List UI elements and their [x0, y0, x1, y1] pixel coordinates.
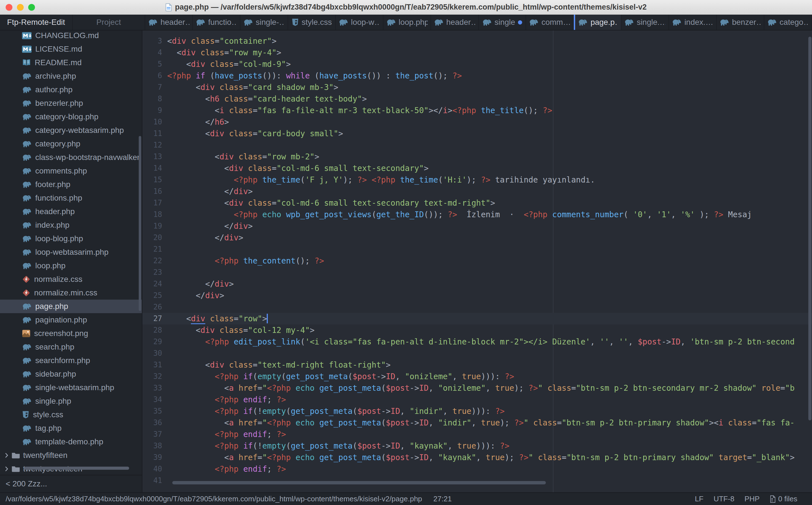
close-window-button[interactable]	[6, 4, 12, 11]
code-row[interactable]: 19 </div>	[143, 220, 812, 232]
tree-item[interactable]: header.php	[0, 205, 142, 218]
code-row[interactable]: 38 <?php if(!empty(get_post_meta($post->…	[143, 440, 812, 452]
tree-vertical-scrollbar[interactable]	[139, 136, 141, 311]
code-row[interactable]: 22 <?php the_content(); ?>	[143, 255, 812, 267]
code-row[interactable]: 21	[143, 243, 812, 255]
editor-tab[interactable]: single-…	[241, 15, 288, 30]
editor-tab[interactable]: benzer…	[717, 15, 764, 30]
tree-horizontal-scrollbar[interactable]	[24, 467, 129, 470]
tree-item[interactable]: loop-blog.php	[0, 232, 142, 245]
code-row[interactable]: 20 </div>	[143, 232, 812, 243]
statusbar-line-ending[interactable]: LF	[695, 495, 704, 503]
code-row[interactable]: 25 </div>	[143, 290, 812, 301]
tree-item[interactable]: category.php	[0, 137, 142, 151]
code-row[interactable]: 5 <div class="col-md-9">	[143, 58, 812, 70]
code-row[interactable]: 14 <div class="col-md-6 small text-secon…	[143, 163, 812, 174]
editor-tab[interactable]: functio…	[193, 15, 241, 30]
code-row[interactable]: 6<?php if (have_posts()): while (have_po…	[143, 70, 812, 81]
code-row[interactable]: 24 </div>	[143, 278, 812, 290]
tree-item[interactable]: benzerler.php	[0, 97, 142, 110]
editor-tab[interactable]: header…	[145, 15, 193, 30]
tree-item[interactable]: README.md	[0, 56, 142, 69]
code-editor[interactable]: 3<div class="container">4 <div class="ro…	[143, 30, 812, 492]
code-row[interactable]: 28 <div class="col-12 my-4">	[143, 324, 812, 336]
tree-folder[interactable]: twentyfifteen	[0, 449, 142, 462]
code-row[interactable]: 18 <?php echo wpb_get_post_views(get_the…	[143, 209, 812, 220]
tree-item[interactable]: category-webtasarim.php	[0, 124, 142, 137]
pane-tab[interactable]: Project	[73, 15, 146, 30]
tree-item[interactable]: single.php	[0, 394, 142, 408]
tree-item[interactable]: CHANGELOG.md	[0, 29, 142, 42]
tree-item[interactable]: single-webtasarim.php	[0, 381, 142, 394]
code-row[interactable]: 27 <div class="row">	[143, 313, 812, 324]
editor-tab[interactable]: loop.php	[383, 15, 431, 30]
code-row[interactable]: 30	[143, 348, 812, 359]
editor-tab[interactable]: catego…	[764, 15, 812, 30]
tree-item[interactable]: footer.php	[0, 178, 142, 191]
statusbar-git[interactable]: 0 files	[770, 495, 797, 503]
tree-item[interactable]: page.php	[0, 300, 142, 313]
tree-item[interactable]: loop.php	[0, 259, 142, 273]
tree-item[interactable]: author.php	[0, 83, 142, 97]
code-row[interactable]: 23	[143, 267, 812, 278]
editor-tab[interactable]: single.…	[621, 15, 669, 30]
code-row[interactable]: 41	[143, 475, 812, 486]
tree-item[interactable]: comments.php	[0, 164, 142, 178]
code-row[interactable]: 31 <div class="text-md-right float-right…	[143, 359, 812, 371]
code-row[interactable]: 13 <div class="row mb-2">	[143, 151, 812, 163]
code-row[interactable]: 40 <?php endif; ?>	[143, 463, 812, 475]
tree-item[interactable]: pagination.php	[0, 313, 142, 327]
tree-item[interactable]: loop-webtasarim.php	[0, 245, 142, 259]
code-row[interactable]: 10 </h6>	[143, 116, 812, 128]
tree-item[interactable]: tag.php	[0, 422, 142, 435]
tree-item[interactable]: normalize.min.css	[0, 286, 142, 300]
code-row[interactable]: 29 <?php edit_post_link('<i class="fas f…	[143, 336, 812, 348]
editor-tab[interactable]: loop-w…	[336, 15, 383, 30]
editor-tab[interactable]: style.css	[288, 15, 336, 30]
code-row[interactable]: 16 </div>	[143, 186, 812, 197]
code-row[interactable]: 36 <a href="<?php echo get_post_meta($po…	[143, 417, 812, 429]
tree-item[interactable]: archive.php	[0, 69, 142, 83]
tree-item[interactable]: screenshot.png	[0, 327, 142, 340]
code-row[interactable]: 15 <?php the_time('F j, Y'); ?> <?php th…	[143, 174, 812, 186]
tree-item[interactable]: LICENSE.md	[0, 42, 142, 56]
statusbar-cursor-position[interactable]: 27:21	[433, 495, 452, 503]
code-row[interactable]: 34 <?php endif; ?>	[143, 394, 812, 405]
pane-tab[interactable]: Ftp-Remote-Edit	[0, 15, 73, 30]
tree-item[interactable]: index.php	[0, 218, 142, 232]
code-row[interactable]: 33 <a href="<?php echo get_post_meta($po…	[143, 382, 812, 394]
code-row[interactable]: 39 <a href="<?php echo get_post_meta($po…	[143, 452, 812, 463]
code-row[interactable]: 17 <div class="col-md-6 small text-secon…	[143, 197, 812, 209]
code-row[interactable]: 11 <div class="card-body small">	[143, 128, 812, 139]
editor-tab[interactable]: index.…	[669, 15, 717, 30]
code-row[interactable]: 8 <h6 class="card-header text-body">	[143, 93, 812, 105]
code-row[interactable]: 35 <?php if(!empty(get_post_meta($post->…	[143, 405, 812, 417]
minimize-window-button[interactable]	[17, 4, 24, 11]
editor-tab[interactable]: header…	[431, 15, 479, 30]
editor-horizontal-scrollbar[interactable]	[172, 481, 546, 484]
tree-item[interactable]: functions.php	[0, 191, 142, 205]
tree-item[interactable]: searchform.php	[0, 354, 142, 367]
code-row[interactable]: 3<div class="container">	[143, 35, 812, 47]
code-row[interactable]: 9 <i class="fas fa-file-alt mr-3 text-bl…	[143, 105, 812, 116]
code-row[interactable]: 7 <div class="card shadow mb-3">	[143, 81, 812, 93]
code-row[interactable]: 4 <div class="row my-4">	[143, 47, 812, 58]
tree-item[interactable]: class-wp-bootstrap-navwalker.php	[0, 151, 142, 164]
file-tree[interactable]: CHANGELOG.mdLICENSE.mdREADME.mdarchive.p…	[0, 29, 142, 475]
statusbar-language[interactable]: PHP	[745, 495, 760, 503]
ftp-server-footer[interactable]: < 200 Zzz...	[0, 475, 142, 492]
code-row[interactable]: 37 <?php endif; ?>	[143, 429, 812, 440]
tree-item[interactable]: sidebar.php	[0, 367, 142, 381]
editor-vertical-scrollbar[interactable]	[808, 37, 811, 420]
code-row[interactable]: 32 <?php if(empty(get_post_meta($post->I…	[143, 371, 812, 382]
statusbar-encoding[interactable]: UTF-8	[714, 495, 735, 503]
editor-tab[interactable]: page.p…	[574, 15, 621, 30]
tree-item[interactable]: search.php	[0, 340, 142, 354]
editor-tab[interactable]: single	[479, 15, 526, 30]
code-row[interactable]: 26	[143, 301, 812, 313]
tree-item[interactable]: category-blog.php	[0, 110, 142, 124]
zoom-window-button[interactable]	[28, 4, 35, 11]
tree-item[interactable]: style.css	[0, 408, 142, 422]
tree-item[interactable]: template-demo.php	[0, 435, 142, 449]
tree-item[interactable]: normalize.css	[0, 273, 142, 286]
